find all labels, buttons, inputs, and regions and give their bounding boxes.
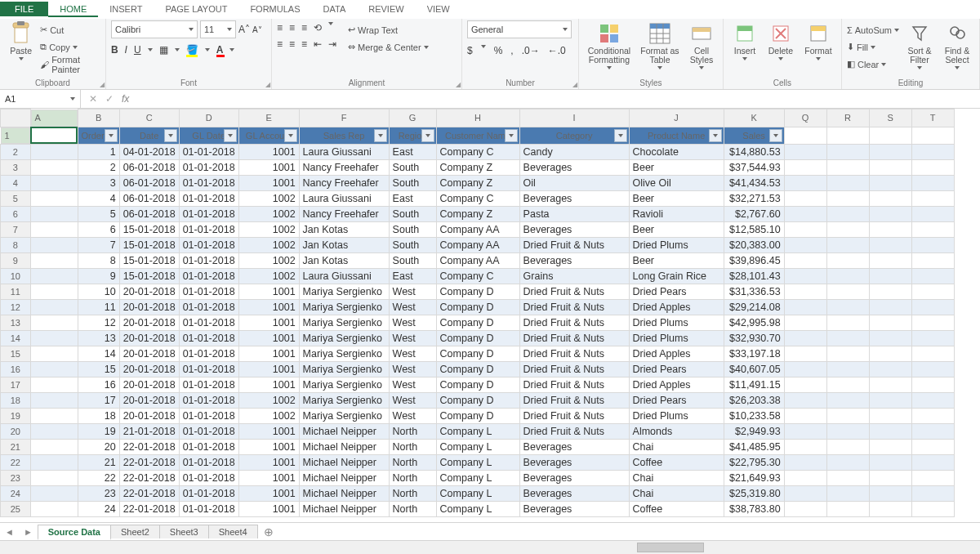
cell[interactable] <box>784 408 826 423</box>
column-header[interactable]: H <box>436 109 519 127</box>
cell[interactable] <box>784 516 826 517</box>
cell[interactable]: East <box>389 190 436 206</box>
cell[interactable]: Candy <box>519 144 629 159</box>
cell[interactable] <box>826 221 869 237</box>
find-select-button[interactable]: Find & Select <box>940 20 974 69</box>
row-header[interactable]: 10 <box>1 268 31 284</box>
currency-icon[interactable]: $ <box>467 45 473 56</box>
cell[interactable] <box>784 470 826 485</box>
copy-button[interactable]: ⧉Copy <box>40 39 100 55</box>
cell[interactable] <box>911 221 954 237</box>
cell[interactable] <box>911 252 954 268</box>
cell[interactable]: Dried Apples <box>629 377 724 392</box>
cell[interactable]: 14 <box>78 346 119 361</box>
cell[interactable]: North <box>389 470 436 485</box>
decrease-font-icon[interactable]: A˅ <box>252 25 262 34</box>
font-color-button[interactable]: A <box>216 44 224 56</box>
cell[interactable]: 1002 <box>238 190 299 206</box>
cell[interactable] <box>784 127 826 144</box>
cell[interactable] <box>911 190 954 206</box>
filter-dropdown-icon[interactable] <box>709 129 722 142</box>
cell[interactable] <box>826 346 869 361</box>
cell[interactable]: Beverages <box>519 470 629 485</box>
cell[interactable]: South <box>389 175 436 190</box>
cell[interactable] <box>869 315 911 330</box>
cell[interactable]: 15-01-2018 <box>119 252 179 268</box>
cell[interactable]: Dried Fruit & Nuts <box>519 315 629 330</box>
cell[interactable]: $41,434.53 <box>724 175 784 190</box>
cell[interactable]: Company L <box>436 470 519 485</box>
column-header[interactable]: G <box>389 109 436 127</box>
cell[interactable] <box>30 284 78 299</box>
spreadsheet-table[interactable]: ABCDEFGHIJKQRST1Order IDDateGL DateGL Ac… <box>0 109 955 517</box>
cell[interactable]: 1002 <box>238 206 299 221</box>
row-header[interactable]: 8 <box>1 237 31 252</box>
cell[interactable]: $33,197.18 <box>724 346 784 361</box>
cell[interactable] <box>911 501 954 516</box>
cell[interactable]: 9 <box>78 268 119 284</box>
cell[interactable] <box>30 439 78 454</box>
cell[interactable] <box>784 346 826 361</box>
cell[interactable]: Beverages <box>519 439 629 454</box>
cell[interactable] <box>911 127 954 144</box>
cell[interactable]: 20-01-2018 <box>119 377 179 392</box>
cell[interactable]: Mariya Sergienko <box>299 330 389 346</box>
delete-button[interactable]: Delete <box>764 20 797 60</box>
cell[interactable]: 06-01-2018 <box>119 190 179 206</box>
cell[interactable] <box>784 392 826 408</box>
cell[interactable] <box>826 485 869 501</box>
table-header-cell[interactable]: Category <box>519 127 629 144</box>
cell[interactable] <box>179 516 238 517</box>
cell[interactable]: Dried Pears <box>629 284 724 299</box>
cell[interactable] <box>826 408 869 423</box>
cell[interactable]: Company AA <box>436 252 519 268</box>
ribbon-tab-home[interactable]: HOME <box>48 2 98 17</box>
enter-formula-icon[interactable]: ✓ <box>105 93 114 105</box>
filter-dropdown-icon[interactable] <box>769 129 782 142</box>
cell[interactable]: Laura Giussani <box>299 144 389 159</box>
ribbon-tab-formulas[interactable]: FORMULAS <box>238 2 311 16</box>
cell[interactable] <box>826 423 869 439</box>
cell[interactable]: Dried Pears <box>629 392 724 408</box>
cell[interactable]: 1 <box>78 144 119 159</box>
row-header[interactable]: 17 <box>1 377 31 392</box>
cell[interactable] <box>30 252 78 268</box>
cell[interactable]: Dried Fruit & Nuts <box>519 377 629 392</box>
cell[interactable]: 01-01-2018 <box>179 159 238 175</box>
cell[interactable]: $14,880.53 <box>724 144 784 159</box>
cell[interactable] <box>784 501 826 516</box>
cell[interactable]: West <box>389 392 436 408</box>
table-header-cell[interactable]: Sales <box>724 127 784 144</box>
cell[interactable]: Beer <box>629 221 724 237</box>
decrease-indent-icon[interactable]: ⇤ <box>314 38 322 50</box>
cell[interactable] <box>30 159 78 175</box>
cell[interactable]: West <box>389 315 436 330</box>
cell[interactable]: Beverages <box>519 501 629 516</box>
column-header[interactable]: A <box>31 109 78 127</box>
cell[interactable]: $2,767.60 <box>724 206 784 221</box>
cell[interactable]: 20 <box>78 439 119 454</box>
cell[interactable]: Dried Fruit & Nuts <box>519 284 629 299</box>
format-button[interactable]: Format <box>800 20 836 60</box>
cell[interactable]: 04-01-2018 <box>119 144 179 159</box>
cell[interactable]: South <box>389 252 436 268</box>
cell[interactable]: 22-01-2018 <box>119 439 179 454</box>
row-header[interactable]: 25 <box>1 501 31 516</box>
row-header[interactable]: 7 <box>1 221 31 237</box>
cell[interactable]: West <box>389 377 436 392</box>
cell[interactable] <box>869 330 911 346</box>
cell[interactable] <box>30 501 78 516</box>
cell[interactable] <box>30 237 78 252</box>
cell[interactable]: Dried Plums <box>629 408 724 423</box>
merge-center-button[interactable]: ⇔Merge & Center <box>348 39 429 55</box>
cell[interactable] <box>784 361 826 377</box>
font-size-select[interactable]: 11 <box>200 20 236 38</box>
cell[interactable] <box>30 470 78 485</box>
cell[interactable]: 01-01-2018 <box>179 408 238 423</box>
cell[interactable]: 16 <box>78 377 119 392</box>
cell[interactable] <box>30 423 78 439</box>
column-header[interactable]: B <box>78 109 119 127</box>
cell[interactable] <box>784 439 826 454</box>
cell[interactable]: 1001 <box>238 144 299 159</box>
cell[interactable]: 01-01-2018 <box>179 175 238 190</box>
